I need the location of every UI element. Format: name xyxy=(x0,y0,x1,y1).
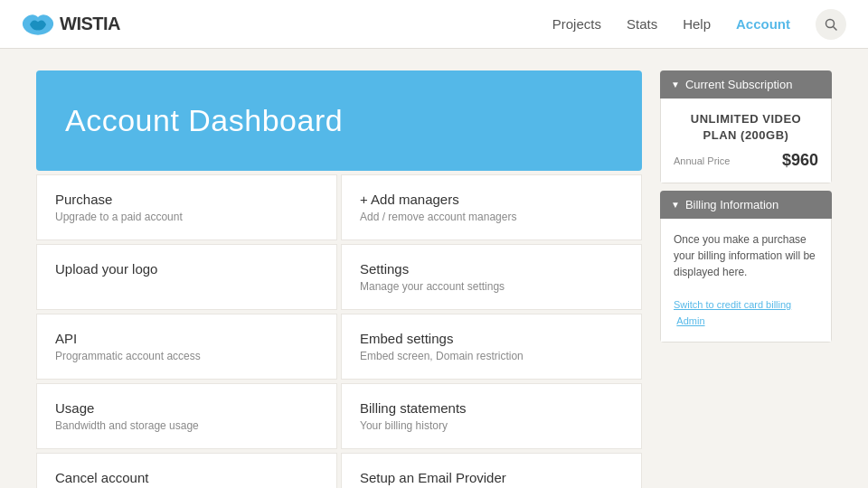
left-panel: Account Dashboard Purchase Upgrade to a … xyxy=(36,70,642,488)
subscription-body: UNLIMITED VIDEOPLAN (200GB) Annual Price… xyxy=(660,99,832,183)
grid-item-embed-desc: Embed screen, Domain restriction xyxy=(360,350,623,362)
grid-item-settings-title: Settings xyxy=(360,261,623,277)
svg-line-1 xyxy=(834,26,837,30)
nav-left: WISTIA xyxy=(22,12,120,37)
grid-item-api[interactable]: API Programmatic account access xyxy=(36,314,337,380)
subscription-header-label: Current Subscription xyxy=(685,78,793,91)
search-button[interactable] xyxy=(816,9,846,40)
grid-item-usage-title: Usage xyxy=(55,400,318,416)
logo[interactable]: WISTIA xyxy=(22,12,120,37)
nav-account[interactable]: Account xyxy=(736,16,790,32)
grid-item-purchase-title: Purchase xyxy=(55,192,318,207)
grid-item-embed[interactable]: Embed settings Embed screen, Domain rest… xyxy=(341,314,642,380)
subscription-header[interactable]: ▼ Current Subscription xyxy=(660,70,832,99)
grid-item-logo[interactable]: Upload your logo xyxy=(36,244,337,310)
dashboard-title: Account Dashboard xyxy=(65,103,613,138)
nav-right: Projects Stats Help Account xyxy=(552,9,846,40)
grid-item-email-title: Setup an Email Provider xyxy=(360,470,623,485)
grid-item-usage-desc: Bandwidth and storage usage xyxy=(55,419,318,432)
admin-link[interactable]: Admin xyxy=(676,315,704,326)
grid-item-settings[interactable]: Settings Manage your account settings xyxy=(341,244,642,310)
grid-item-cancel-title: Cancel account xyxy=(55,470,318,485)
nav-help[interactable]: Help xyxy=(683,16,711,32)
grid-item-add-managers[interactable]: + Add managers Add / remove account mana… xyxy=(341,174,642,240)
right-panel: ▼ Current Subscription UNLIMITED VIDEOPL… xyxy=(660,70,832,488)
grid-item-embed-title: Embed settings xyxy=(360,331,623,346)
navbar: WISTIA Projects Stats Help Account xyxy=(0,0,868,49)
billing-header[interactable]: ▼ Billing Information xyxy=(660,191,832,219)
billing-arrow-icon: ▼ xyxy=(671,200,680,210)
billing-body: Once you make a purchase your billing in… xyxy=(660,219,832,343)
dashboard-header: Account Dashboard xyxy=(36,70,642,171)
grid-item-logo-title: Upload your logo xyxy=(55,261,318,277)
grid-item-billing-statements-title: Billing statements xyxy=(360,400,623,416)
plan-name: UNLIMITED VIDEOPLAN (200GB) xyxy=(674,111,818,144)
switch-billing-link[interactable]: Switch to credit card billing xyxy=(674,299,791,310)
subscription-section: ▼ Current Subscription UNLIMITED VIDEOPL… xyxy=(660,70,832,183)
grid-item-api-desc: Programmatic account access xyxy=(55,350,318,362)
logo-text: WISTIA xyxy=(60,14,120,34)
grid-item-usage[interactable]: Usage Bandwidth and storage usage xyxy=(36,383,337,449)
nav-projects[interactable]: Projects xyxy=(552,16,601,32)
grid-item-billing-statements[interactable]: Billing statements Your billing history xyxy=(341,383,642,449)
grid-item-managers-desc: Add / remove account managers xyxy=(360,211,623,223)
billing-body-text: Once you make a purchase your billing in… xyxy=(674,233,816,278)
plan-price-row: Annual Price $960 xyxy=(674,151,818,170)
annual-price-label: Annual Price xyxy=(674,155,730,166)
grid-item-billing-statements-desc: Your billing history xyxy=(360,419,623,432)
grid-item-cancel[interactable]: Cancel account xyxy=(36,453,337,488)
main-content: Account Dashboard Purchase Upgrade to a … xyxy=(0,49,868,488)
wistia-logo-icon xyxy=(22,12,54,37)
grid-item-purchase-desc: Upgrade to a paid account xyxy=(55,211,318,223)
billing-header-label: Billing Information xyxy=(685,198,778,211)
grid-item-api-title: API xyxy=(55,331,318,346)
dashboard-grid: Purchase Upgrade to a paid account + Add… xyxy=(36,174,642,488)
grid-item-managers-title: + Add managers xyxy=(360,192,623,207)
grid-item-purchase[interactable]: Purchase Upgrade to a paid account xyxy=(36,174,337,240)
nav-stats[interactable]: Stats xyxy=(627,16,657,32)
billing-section: ▼ Billing Information Once you make a pu… xyxy=(660,191,832,343)
plan-price: $960 xyxy=(782,151,818,170)
grid-item-settings-desc: Manage your account settings xyxy=(360,280,623,293)
grid-item-email-provider[interactable]: Setup an Email Provider For capturing le… xyxy=(341,453,642,488)
subscription-arrow-icon: ▼ xyxy=(671,80,680,89)
search-icon xyxy=(824,17,838,32)
